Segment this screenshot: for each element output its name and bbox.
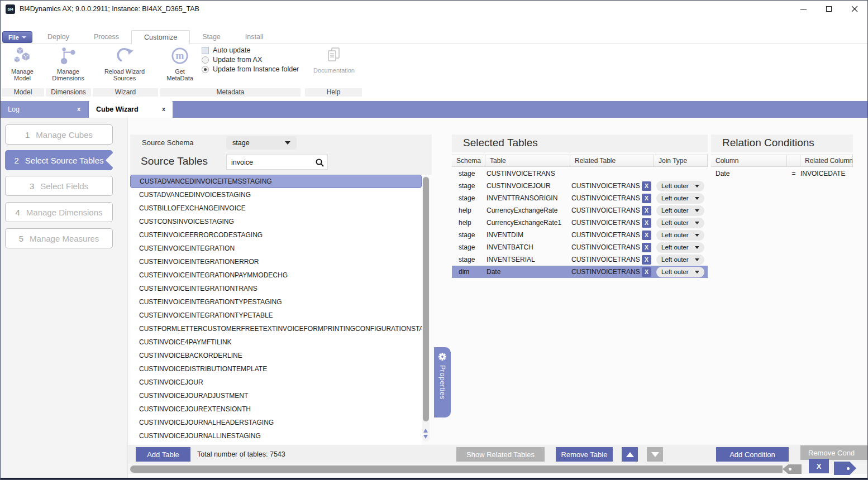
close-tab-icon[interactable]: x xyxy=(162,105,165,113)
relation-conditions-title: Relation Conditions xyxy=(722,137,814,149)
app-logo-icon: bi4 xyxy=(6,4,15,14)
source-list-scrollbar[interactable] xyxy=(422,176,430,441)
join-type-dropdown[interactable]: Left outer xyxy=(656,230,704,241)
selected-table-row[interactable]: stage INVENTDIM CUSTINVOICETRANS X Left … xyxy=(452,229,708,241)
properties-flyout-tab[interactable]: Properties xyxy=(434,347,451,417)
move-row-down-button[interactable] xyxy=(647,447,663,462)
wizard-step[interactable]: 1 Manage Cubes xyxy=(5,124,113,145)
tab-cube-wizard[interactable]: Cube Wizard x xyxy=(89,101,173,118)
source-table-row[interactable]: CUSTINVOICEJOURNALLINESTAGING xyxy=(130,429,422,443)
metadata-options: Auto update Update from AX Update from I… xyxy=(202,46,299,74)
selected-table-row[interactable]: stage INVENTTRANSORIGIN CUSTINVOICETRANS… xyxy=(452,192,708,204)
maximize-button[interactable] xyxy=(816,1,842,17)
remove-condition-button[interactable]: Remove Cond xyxy=(800,445,868,460)
source-table-row[interactable]: CUSTINVOICEJOURNALHEADERSTAGING xyxy=(130,416,422,429)
metadata-m-icon: m xyxy=(169,45,190,66)
source-table-row[interactable]: CUSTBILLOFEXCHANGEINVOICE xyxy=(130,201,422,215)
file-menu-button[interactable]: File xyxy=(2,31,32,43)
source-table-row[interactable]: CUSTINVOICE4PAYMFTILINK xyxy=(130,335,422,349)
remove-relation-button[interactable]: X xyxy=(642,218,651,228)
reload-wizard-sources-button[interactable]: Reload Wizard Sources xyxy=(97,45,152,81)
wizard-step[interactable]: 2 Select Source Tables xyxy=(5,150,113,170)
source-table-row[interactable]: CUSTINVOICEJOURADJUSTMENT xyxy=(130,389,422,402)
tab-log[interactable]: Log x xyxy=(1,101,88,118)
source-table-row[interactable]: CUSTADVANCEDINVOICEITEMSSTAGING xyxy=(130,175,422,188)
source-table-row[interactable]: CUSTFORMLETTERCUSTOMERFREETEXTINVOICEFOR… xyxy=(130,322,422,335)
join-type-dropdown[interactable]: Left outer xyxy=(656,255,704,265)
selected-table-row[interactable]: stage CUSTINVOICEJOUR CUSTINVOICETRANS X… xyxy=(452,180,708,192)
chevron-down-icon xyxy=(22,36,26,39)
scrollbar-thumb[interactable] xyxy=(423,177,429,421)
documentation-button[interactable]: Documentation xyxy=(309,45,359,74)
selected-table-row[interactable]: stage INVENTBATCH CUSTINVOICETRANS X Lef… xyxy=(452,241,708,253)
join-type-dropdown[interactable]: Left outer xyxy=(656,218,704,228)
close-button[interactable] xyxy=(842,1,867,17)
update-from-instance-option[interactable]: Update from Instance folder xyxy=(202,65,299,74)
join-type-dropdown[interactable]: Left outer xyxy=(656,242,704,253)
add-condition-button[interactable]: Add Condition xyxy=(716,447,789,462)
manage-dimensions-button[interactable]: Manage Dimensions xyxy=(43,45,93,81)
group-label-dimensions: Dimensions xyxy=(46,88,91,97)
remove-relation-button[interactable]: X xyxy=(642,194,651,203)
quick-access-toolbar xyxy=(1,17,867,30)
relation-condition-row[interactable]: Date = INVOICEDATE xyxy=(711,167,853,180)
scroll-down-icon[interactable] xyxy=(423,435,428,439)
source-table-row[interactable]: CUSTINVOICEJOUREXTENSIONTH xyxy=(130,402,422,416)
horizontal-scrollbar-thumb[interactable] xyxy=(130,465,783,473)
source-table-row[interactable]: CUSTINVOICEBACKORDERLINE xyxy=(130,349,422,362)
search-icon[interactable] xyxy=(315,158,325,167)
remove-relation-button[interactable]: X xyxy=(642,255,651,265)
selected-table-row[interactable]: help CurrencyExchangeRate1 CUSTINVOICETR… xyxy=(452,217,708,229)
remove-relation-button[interactable]: X xyxy=(642,267,651,277)
join-type-dropdown[interactable]: Left outer xyxy=(656,181,704,191)
ribbon-tab[interactable]: Customize xyxy=(131,30,190,44)
remove-relation-button[interactable]: X xyxy=(642,181,651,191)
remove-relation-button[interactable]: X xyxy=(642,231,651,240)
selected-table-row[interactable]: dim Date CUSTINVOICETRANS X Left outer xyxy=(452,266,708,278)
wizard-step[interactable]: 3 Select Fields xyxy=(5,176,113,196)
scrollbar-x-button[interactable]: X xyxy=(809,459,829,473)
source-schema-dropdown[interactable]: stage xyxy=(226,136,297,150)
source-table-row[interactable]: CUSTEINVOICEERRORCODESTAGING xyxy=(130,228,422,242)
chevron-down-icon xyxy=(695,197,699,200)
arrow-up-icon xyxy=(626,452,634,457)
selected-table-row[interactable]: stage CUSTINVOICETRANS X xyxy=(452,167,708,180)
move-row-up-button[interactable] xyxy=(622,447,638,462)
add-table-button[interactable]: Add Table xyxy=(136,447,190,462)
chevron-down-icon xyxy=(695,222,699,224)
scroll-up-icon[interactable] xyxy=(423,429,428,433)
get-metadata-button[interactable]: m Get MetaData xyxy=(160,45,199,81)
selected-table-row[interactable]: help CurrencyExchangeRate CUSTINVOICETRA… xyxy=(452,204,708,217)
join-type-dropdown[interactable]: Left outer xyxy=(656,193,704,204)
source-table-row[interactable]: CUSTINVOICEDISTRIBUTIONTEMPLATE xyxy=(130,362,422,376)
manage-model-button[interactable]: Manage Model xyxy=(5,45,40,81)
column-header-related-table: Related Table xyxy=(570,155,654,166)
wizard-step[interactable]: 5 Manage Measures xyxy=(5,228,113,248)
source-table-row[interactable]: CUSTADVANCEDINVOICESTAGING xyxy=(130,188,422,201)
update-from-ax-option[interactable]: Update from AX xyxy=(202,55,299,64)
minimize-button[interactable] xyxy=(790,1,816,17)
source-table-row[interactable]: CUSTCONSINVOICESTAGING xyxy=(130,215,422,228)
ribbon-tab[interactable]: Deploy xyxy=(35,30,82,44)
source-table-row[interactable]: CUSTEINVOICEINTEGRATIONTRANS xyxy=(130,282,422,295)
source-table-row[interactable]: CUSTEINVOICEINTEGRATIONTYPESTAGING xyxy=(130,295,422,309)
close-tab-icon[interactable]: x xyxy=(77,105,80,113)
join-type-dropdown[interactable]: Left outer xyxy=(656,267,704,277)
source-table-row[interactable]: CUSTEINVOICEINTEGRATION xyxy=(130,242,422,255)
ribbon-tab[interactable]: Stage xyxy=(190,30,233,44)
ribbon-tab[interactable]: Process xyxy=(82,30,131,44)
source-table-row[interactable]: CUSTEINVOICEINTEGRATIONTYPETABLE xyxy=(130,309,422,322)
source-table-row[interactable]: CUSTEINVOICEINTEGRATIONPAYMMODECHG xyxy=(130,268,422,282)
selected-table-row[interactable]: stage INVENTSERIAL CUSTINVOICETRANS X Le… xyxy=(452,253,708,266)
remove-relation-button[interactable]: X xyxy=(642,206,651,215)
ribbon-tab[interactable]: Install xyxy=(233,30,276,44)
join-type-dropdown[interactable]: Left outer xyxy=(656,205,704,216)
remove-relation-button[interactable]: X xyxy=(642,243,651,252)
source-table-row[interactable]: CUSTINVOICEJOUR xyxy=(130,376,422,389)
wizard-step[interactable]: 4 Manage Dimensions xyxy=(5,202,113,222)
search-input[interactable] xyxy=(227,155,314,169)
auto-update-option[interactable]: Auto update xyxy=(202,46,299,55)
remove-table-button[interactable]: Remove Table xyxy=(556,447,613,462)
show-related-tables-button[interactable]: Show Related Tables xyxy=(456,447,545,462)
source-table-row[interactable]: CUSTEINVOICEINTEGRATIONERROR xyxy=(130,255,422,268)
